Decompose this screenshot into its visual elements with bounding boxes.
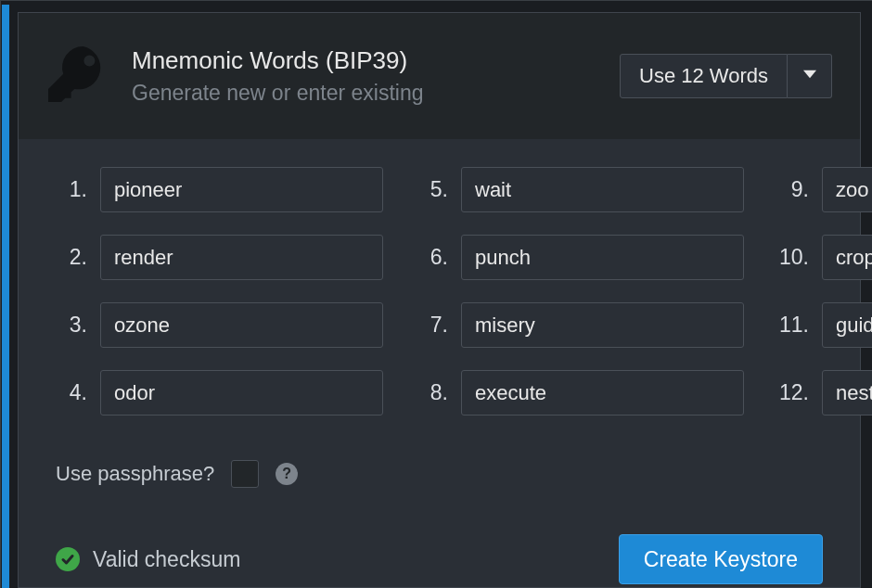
word-row: 7. (417, 302, 744, 348)
word-input-7[interactable] (461, 302, 744, 348)
header-text: Mnemonic Words (BIP39) Generate new or e… (132, 46, 597, 106)
word-input-1[interactable] (100, 167, 383, 212)
word-input-4[interactable] (100, 370, 383, 415)
passphrase-row: Use passphrase? ? (56, 460, 823, 488)
word-input-10[interactable] (822, 235, 872, 280)
word-input-6[interactable] (461, 235, 744, 280)
word-row: 8. (417, 370, 744, 415)
word-count-selector[interactable]: Use 12 Words (620, 54, 832, 98)
word-row: 10. (777, 235, 872, 280)
word-input-2[interactable] (100, 235, 383, 280)
mnemonic-panel: Mnemonic Words (BIP39) Generate new or e… (18, 12, 861, 588)
panel-header: Mnemonic Words (BIP39) Generate new or e… (19, 13, 860, 139)
word-row: 5. (417, 167, 744, 212)
word-input-3[interactable] (100, 302, 383, 348)
word-count-dropdown[interactable] (788, 54, 832, 98)
word-number: 10. (777, 245, 809, 270)
word-input-11[interactable] (822, 302, 872, 348)
word-number: 3. (56, 313, 87, 338)
key-icon (43, 41, 109, 111)
word-row: 9. (777, 167, 872, 212)
word-number: 1. (56, 177, 87, 202)
word-row: 1. (56, 167, 383, 212)
word-number: 12. (777, 380, 809, 405)
caret-down-icon (803, 68, 816, 84)
word-number: 5. (417, 177, 448, 202)
accent-bar (2, 5, 9, 588)
word-number: 8. (417, 380, 448, 405)
word-input-5[interactable] (461, 167, 744, 212)
word-row: 12. (777, 370, 872, 415)
panel-title: Mnemonic Words (BIP39) (132, 46, 597, 75)
word-row: 2. (56, 235, 383, 280)
word-number: 2. (56, 245, 87, 270)
create-keystore-button[interactable]: Create Keystore (619, 534, 823, 584)
passphrase-label: Use passphrase? (56, 462, 214, 486)
help-icon[interactable]: ? (276, 463, 298, 485)
checksum-status-text: Valid checksum (93, 547, 240, 572)
panel-footer: Valid checksum Create Keystore (56, 534, 823, 588)
word-input-12[interactable] (822, 370, 872, 415)
word-number: 6. (417, 245, 448, 270)
word-number: 9. (777, 177, 809, 202)
word-row: 3. (56, 302, 383, 348)
word-number: 7. (417, 313, 448, 338)
word-input-9[interactable] (822, 167, 872, 212)
passphrase-checkbox[interactable] (231, 460, 259, 488)
word-row: 11. (777, 302, 872, 348)
panel-body: 1.2.3.4.5.6.7.8.9.10.11.12. Use passphra… (19, 139, 860, 588)
checksum-status: Valid checksum (56, 547, 240, 572)
word-count-button[interactable]: Use 12 Words (620, 54, 788, 98)
mnemonic-words-grid: 1.2.3.4.5.6.7.8.9.10.11.12. (56, 167, 823, 415)
word-number: 4. (56, 380, 87, 405)
check-circle-icon (56, 547, 80, 571)
panel-subtitle: Generate new or enter existing (132, 81, 597, 106)
window: Mnemonic Words (BIP39) Generate new or e… (0, 0, 872, 588)
word-row: 6. (417, 235, 744, 280)
word-row: 4. (56, 370, 383, 415)
word-input-8[interactable] (461, 370, 744, 415)
word-number: 11. (777, 313, 809, 338)
